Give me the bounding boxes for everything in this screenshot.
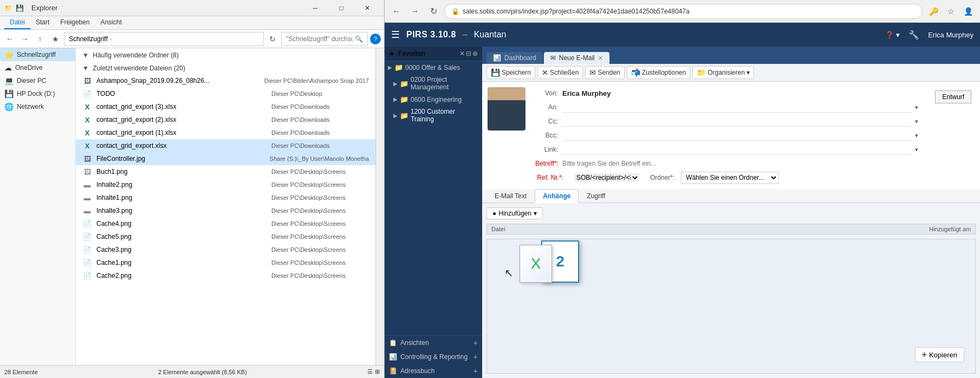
address-box[interactable]: Schnellzugriff › [64,32,264,46]
copy-button[interactable]: + Kopieren [915,347,964,362]
back-button[interactable]: ← [3,32,16,45]
list-item[interactable]: 📄 Cache1.png Dieser PC\Desktop\Screens [76,256,375,269]
key-icon[interactable]: 🔑 [926,4,941,19]
sidebar-ctrl-btn2[interactable]: ⊟ [466,50,471,57]
view-tiles-icon[interactable]: ⊞ [375,368,380,375]
link-dropdown-icon[interactable]: ▾ [911,144,922,155]
pirs-tree-item-eng[interactable]: ▶ 📁 0600 Engineering [385,93,482,106]
pirs-tree-item-training[interactable]: ▶ 📁 1200 Customer Training [385,106,482,125]
list-item[interactable]: X contact_grid_export.xlsx Dieser PC\Dow… [76,139,375,152]
hinzufuegen-button[interactable]: ● Hinzufügen ▾ [486,207,543,219]
sidebar-item-netzwerk[interactable]: 🌐 Netzwerk [0,100,75,113]
send-button[interactable]: ✉ Senden [585,66,624,79]
list-item[interactable]: X contact_grid_export (2).xlsx Dieser PC… [76,113,375,126]
subject-input[interactable] [562,160,922,167]
pirs-tree-item-pm[interactable]: ▶ 📁 0200 Project Management [385,74,482,93]
png-icon: 🖼 [82,167,92,177]
entwurf-button[interactable]: Entwurf [935,90,971,103]
view-details-icon[interactable]: ☰ [367,368,373,375]
to-dropdown-icon[interactable]: ▾ [911,102,922,113]
subject-label: Betreff*: [535,160,562,167]
list-item[interactable]: 🖼 Ashampoo_Snap_2019.09.26_08h26... Dies… [76,74,375,87]
bcc-input[interactable] [562,131,911,141]
section-collapse-recent[interactable]: ▼ [82,64,89,72]
list-item[interactable]: 🖼 FileController.jpg Share (S:)\_By User… [76,152,375,165]
ribbon-tab-freigeben[interactable]: Freigeben [55,16,95,29]
list-item[interactable]: X contact_grid_export (1).xlsx Dieser PC… [76,126,375,139]
scrollbar[interactable] [375,48,384,365]
link-label: Link: [535,146,562,153]
pirs-bottom-item-ansichten[interactable]: 📋 Ansichten + [385,336,482,350]
url-bar[interactable]: 🔒 sales.sobis.com/pirs/index.jsp?project… [444,4,923,19]
sidebar-item-dieser-pc[interactable]: 💻 Dieser PC [0,74,75,87]
add-icon[interactable]: + [473,338,478,347]
list-item[interactable]: 📄 TODO Dieser PC\Desktop [76,87,375,100]
ansichten-label: Ansichten [400,339,429,347]
organise-button[interactable]: 📁 Organisieren ▾ [692,66,754,79]
pirs-bottom-item-adressbuch[interactable]: 📔 Adressbuch + [385,364,482,378]
tab-label-dashboard: Dashboard [504,54,536,62]
list-item[interactable]: 📄 Cache2.png Dieser PC\Desktop\Screens [76,269,375,282]
tab-close-button[interactable]: ✕ [598,55,603,62]
ref-select[interactable]: SOB/<recipient>/<Nur [574,173,639,182]
refresh-button[interactable]: ↻ [266,32,279,45]
sidebar-item-hp-dock[interactable]: 💾 HP Dock (D:) [0,87,75,100]
file-icon: 📄 [82,245,92,255]
tab-dashboard[interactable]: 📊 Dashboard [486,52,543,64]
browser-back-button[interactable]: ← [389,4,404,19]
list-item[interactable]: ▬ Inhalte3.png Dieser PC\Desktop\Screens [76,204,375,217]
link-input[interactable] [562,145,911,155]
section-collapse-frequent[interactable]: ▼ [82,51,89,59]
ribbon-tab-start[interactable]: Start [30,16,55,29]
sidebar-item-schnellzugriff[interactable]: ⭐ Schnellzugriff [0,48,75,61]
list-item[interactable]: 🖼 Buch1.png Dieser PC\Desktop\Screens [76,165,375,178]
user-icon[interactable]: 👤 [960,4,976,19]
pirs-help-button[interactable]: ❓ ▾ [885,31,900,39]
list-item[interactable]: X contact_grid_export (3).xlsx Dieser PC… [76,100,375,113]
close-button[interactable]: ✕ Schließen [537,66,583,79]
help-button[interactable]: ? [370,34,381,44]
browser-forward-button[interactable]: → [407,4,423,19]
list-item[interactable]: ▬ Inhalte2.png Dieser PC\Desktop\Screens [76,178,375,191]
pirs-tree-item-offers[interactable]: ▶ 📁 0000 Offer & Sales [385,61,482,74]
search-box[interactable]: 🔍 [281,32,368,46]
delivery-options-button[interactable]: 📬 Zustelloptionen [627,66,690,79]
tab-neue-email[interactable]: ✉ Neue E-Mail ✕ [544,52,609,64]
tab-email-text[interactable]: E-Mail Text [486,189,535,203]
sidebar-item-onedrive[interactable]: ☁ OneDrive [0,61,75,74]
delivery-label: Zustelloptionen [642,69,686,76]
list-item[interactable]: ▬ Inhalte1.png Dieser PC\Desktop\Screens [76,191,375,204]
pirs-bottom-item-controlling[interactable]: 📊 Controlling & Reporting + [385,350,482,364]
save-button[interactable]: 💾 Speichern [486,66,535,79]
maximize-button[interactable]: □ [329,0,354,16]
add-icon[interactable]: + [473,353,478,361]
bcc-dropdown-icon[interactable]: ▾ [911,130,922,141]
list-item[interactable]: 📄 Cache5.png Dieser PC\Desktop\Screens [76,230,375,243]
sidebar-ctrl-btn[interactable]: ✕ [459,50,465,57]
list-item[interactable]: 📄 Cache4.png Dieser PC\Desktop\Screens [76,217,375,230]
sidebar-ctrl-btn3[interactable]: ⊕ [472,50,478,57]
cc-dropdown-icon[interactable]: ▾ [911,116,922,127]
close-button[interactable]: ✕ [355,0,380,16]
list-item[interactable]: 📄 Cache3.png Dieser PC\Desktop\Screens [76,243,375,256]
ansichten-icon: 📋 [389,339,397,347]
attachment-drop-area[interactable]: X 2 ↖ + Kopieren [486,239,976,374]
cc-input[interactable] [562,116,911,127]
ribbon-tab-ansicht[interactable]: Ansicht [95,16,127,29]
ribbon-tab-datei[interactable]: Datei [4,16,30,29]
browser-refresh-button[interactable]: ↻ [426,4,441,19]
to-input[interactable] [562,102,911,113]
hamburger-icon[interactable]: ☰ [391,29,400,41]
pirs-tools-button[interactable]: 🔧 [908,30,919,40]
add-icon[interactable]: + [473,367,478,375]
minimize-button[interactable]: ─ [303,0,328,16]
up-button[interactable]: ↑ [34,32,47,45]
forward-button[interactable]: → [18,32,31,45]
tab-zugriff[interactable]: Zugriff [579,189,613,203]
ordner-select[interactable]: Wählen Sie einen Ordner... [681,172,778,184]
star-bookmark-icon[interactable]: ☆ [943,4,958,19]
sidebar-label-hp-dock: HP Dock (D:) [17,90,55,97]
search-input[interactable] [286,35,353,43]
tab-anhaenge[interactable]: Anhänge [535,189,579,203]
pin-button[interactable]: ★ [49,32,62,45]
